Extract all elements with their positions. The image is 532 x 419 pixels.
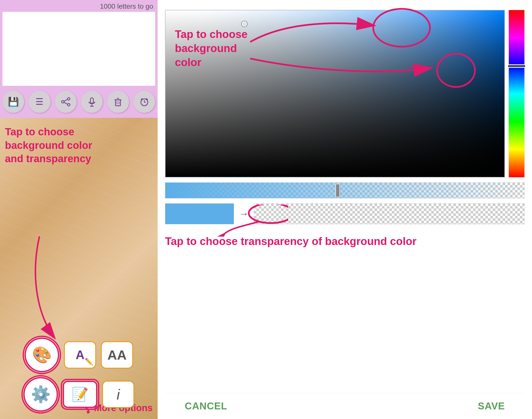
note-text-input[interactable]	[2, 12, 155, 86]
svg-point-0	[67, 98, 70, 100]
icon-row-2: ⚙️ 📝 i	[23, 377, 134, 412]
bottom-icons-area: 🎨 A ✏️ AA ⚙️	[0, 338, 158, 412]
info-icon: i	[116, 386, 120, 403]
current-color-preview	[165, 203, 234, 224]
svg-rect-8	[116, 100, 120, 106]
info-button[interactable]: i	[102, 381, 134, 408]
color-picker-area	[165, 10, 525, 177]
svg-point-2	[67, 104, 70, 106]
hue-slider-handle[interactable]	[507, 64, 526, 68]
annotation-transparency-text: Tap to choose transparency of background…	[165, 235, 416, 247]
edit-icon: ✏️	[85, 358, 93, 366]
right-panel-content: Tap to choose background color	[165, 7, 525, 419]
svg-rect-5	[90, 98, 93, 103]
svg-line-4	[64, 102, 67, 104]
arrow-right-icon: →	[239, 208, 249, 219]
svg-point-1	[62, 101, 64, 103]
palette-button[interactable]: 🎨	[25, 338, 59, 372]
svg-line-3	[64, 99, 67, 101]
icon-row-1: 🎨 A ✏️ AA	[25, 338, 133, 372]
save-button[interactable]: SAVE	[478, 401, 505, 412]
font-size-button[interactable]: AA	[101, 341, 133, 368]
transparency-slider-row	[165, 182, 525, 198]
annotation-transparency-area: Tap to choose transparency of background…	[165, 234, 525, 248]
mic-button[interactable]	[81, 91, 103, 113]
hue-slider[interactable]	[509, 10, 525, 177]
toolbar-section: 💾 ☰	[0, 86, 158, 118]
text-area-section: 1000 letters to go	[0, 0, 158, 86]
format-button[interactable]: ☰	[29, 91, 50, 113]
text-style-button[interactable]: A ✏️	[64, 341, 96, 368]
bottom-left-panel: Tap to choose background color and trans…	[0, 118, 158, 419]
settings-icon: ⚙️	[31, 385, 51, 404]
transparency-slider[interactable]	[165, 182, 525, 198]
spacer	[165, 248, 525, 393]
saturation-value-picker[interactable]	[165, 10, 505, 177]
picker-cursor[interactable]	[242, 21, 247, 27]
font-size-icon: AA	[107, 347, 127, 363]
bottom-buttons-row: CANCEL SAVE	[165, 393, 525, 419]
settings-button[interactable]: ⚙️	[23, 377, 58, 412]
share-button[interactable]	[55, 91, 77, 113]
trash-button[interactable]	[107, 91, 129, 113]
transparency-handle[interactable]	[335, 184, 340, 197]
letters-to-go: 1000 letters to go	[100, 2, 155, 10]
right-panel: Tap to choose background color	[158, 0, 532, 419]
annotation-bg-transparency-text: Tap to choose background color and trans…	[5, 125, 99, 166]
save-button[interactable]: 💾	[2, 91, 24, 113]
memo-button[interactable]: 📝	[63, 381, 97, 408]
left-panel: 1000 letters to go 💾 ☰	[0, 0, 158, 419]
text-style-icon: A	[76, 348, 84, 362]
cancel-button[interactable]: CANCEL	[185, 401, 227, 412]
color-preview-row: →	[165, 203, 525, 224]
palette-icon: 🎨	[32, 346, 52, 364]
memo-icon: 📝	[72, 386, 89, 402]
transparent-color-preview	[254, 203, 525, 224]
alarm-button[interactable]	[133, 91, 155, 113]
